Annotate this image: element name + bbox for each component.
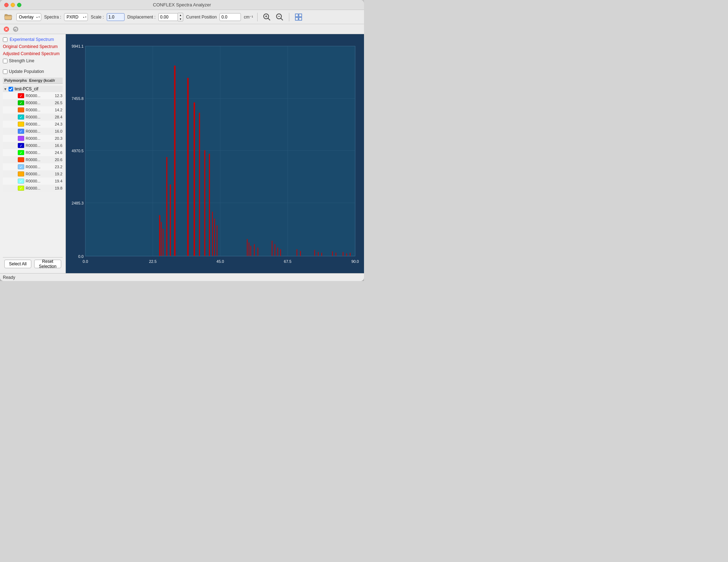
svg-rect-40 bbox=[170, 184, 171, 256]
tree-item[interactable]: ✓R0000...24.6301 bbox=[3, 149, 63, 156]
tree-item[interactable]: R0000...20.3447 bbox=[3, 135, 63, 142]
tree-parent-node[interactable]: ▼ test-PCS_cif bbox=[3, 86, 63, 92]
tree-items: ✓R0000...12.3934✓R0000...26.5701R0000...… bbox=[3, 92, 63, 192]
item-energy: 19.2906 bbox=[55, 172, 63, 176]
svg-rect-69 bbox=[350, 253, 350, 256]
close-small-button[interactable] bbox=[3, 26, 10, 33]
separator-2 bbox=[289, 13, 289, 21]
tree-item[interactable]: R0000...14.2536 bbox=[3, 106, 63, 113]
folder-icon[interactable] bbox=[3, 12, 14, 22]
color-swatch[interactable] bbox=[18, 107, 24, 112]
tree-item[interactable]: ✓R0000...28.4688 bbox=[3, 113, 63, 121]
experimental-checkbox[interactable] bbox=[3, 37, 7, 42]
svg-rect-59 bbox=[280, 249, 281, 256]
scale-label: Scale : bbox=[91, 15, 104, 20]
displacement-input[interactable]: 0.00 bbox=[158, 13, 178, 21]
color-swatch[interactable]: ✓ bbox=[18, 179, 24, 184]
experimental-spectrum-row[interactable]: Experimental Spectrum bbox=[3, 37, 63, 42]
original-spectrum-row[interactable]: Original Combined Spectrum bbox=[3, 44, 63, 49]
strength-line-checkbox[interactable] bbox=[3, 59, 7, 63]
color-swatch[interactable]: ✓ bbox=[18, 164, 24, 169]
tree-item[interactable]: ✓R0000...19.442 bbox=[3, 177, 63, 185]
item-energy: 23.2907 bbox=[55, 165, 63, 169]
header-polymorphs: Polymorphs bbox=[4, 78, 29, 83]
tree-item[interactable]: ✓R0000...26.5701 bbox=[3, 99, 63, 106]
overlay-select-container[interactable]: Overlay Single bbox=[16, 13, 41, 21]
item-name: R0000... bbox=[26, 143, 54, 148]
tree-item[interactable]: ✓R0000...23.2907 bbox=[3, 163, 63, 170]
color-swatch[interactable]: ✓ bbox=[18, 186, 24, 191]
status-text: Ready bbox=[3, 275, 15, 280]
overlay-chart[interactable]: 9941.1 7455.8 4970.5 2485.3 0.0 0.0 22.5… bbox=[66, 34, 364, 273]
color-swatch[interactable]: ✓ bbox=[18, 129, 24, 134]
select-all-button[interactable]: Select All bbox=[4, 260, 31, 268]
spectra-label: Spectra : bbox=[44, 15, 61, 20]
svg-rect-65 bbox=[332, 251, 333, 256]
toolbar: Overlay Single Spectra : PXRD IR Raman S… bbox=[0, 10, 364, 24]
tree-item[interactable]: R0000...20.6175 bbox=[3, 156, 63, 163]
refresh-button[interactable] bbox=[12, 26, 19, 33]
tree-header: Polymorphs Energy (kcal/r bbox=[3, 78, 63, 84]
current-position-input[interactable]: 0.0 bbox=[220, 13, 241, 21]
spectra-select[interactable]: PXRD IR Raman bbox=[64, 13, 88, 21]
color-swatch[interactable]: ✓ bbox=[18, 143, 24, 148]
item-name: R0000... bbox=[26, 158, 54, 162]
svg-rect-55 bbox=[258, 248, 258, 256]
tree-item[interactable]: ✓R0000...16.0229 bbox=[3, 128, 63, 135]
svg-rect-39 bbox=[166, 157, 167, 256]
minimize-button[interactable] bbox=[11, 3, 15, 7]
svg-line-1 bbox=[268, 18, 270, 20]
svg-rect-61 bbox=[300, 251, 301, 256]
tree-item[interactable]: R0000...24.3287 bbox=[3, 121, 63, 128]
overlay-select[interactable]: Overlay Single bbox=[16, 13, 41, 21]
svg-rect-63 bbox=[318, 252, 318, 256]
color-swatch[interactable] bbox=[18, 122, 24, 127]
svg-rect-67 bbox=[343, 252, 343, 256]
displacement-down[interactable]: ▼ bbox=[178, 17, 183, 21]
grid-view-button[interactable] bbox=[294, 12, 304, 22]
reset-selection-button[interactable]: Reset Selection bbox=[34, 260, 61, 268]
tree-item[interactable]: ✓R0000...12.3934 bbox=[3, 92, 63, 99]
svg-rect-57 bbox=[275, 244, 275, 256]
svg-rect-10 bbox=[299, 17, 302, 20]
adjusted-spectrum-row[interactable]: Adjusted Combined Spectrum bbox=[3, 51, 63, 56]
svg-rect-9 bbox=[295, 17, 298, 20]
svg-text:45.0: 45.0 bbox=[216, 259, 224, 264]
update-population-checkbox[interactable] bbox=[3, 69, 7, 74]
color-swatch[interactable] bbox=[18, 136, 24, 141]
tree-item[interactable]: ✓R0000...19.8406 bbox=[3, 185, 63, 192]
scale-input[interactable]: 1.0 bbox=[107, 13, 125, 21]
color-swatch[interactable]: ✓ bbox=[18, 115, 24, 120]
color-swatch[interactable]: ✓ bbox=[18, 150, 24, 155]
color-swatch[interactable]: ✓ bbox=[18, 100, 24, 105]
svg-line-5 bbox=[281, 18, 283, 20]
parent-checkbox[interactable] bbox=[9, 87, 13, 91]
cm-unit: cm⁻¹ bbox=[244, 15, 253, 20]
item-energy: 20.6175 bbox=[55, 158, 63, 162]
update-population-row: Update Population bbox=[3, 69, 44, 74]
header-energy: Energy (kcal/r bbox=[29, 78, 61, 83]
zoom-out-button[interactable] bbox=[275, 12, 285, 22]
tree-item[interactable]: ✓R0000...16.6956 bbox=[3, 142, 63, 149]
original-spectrum-label: Original Combined Spectrum bbox=[3, 44, 58, 49]
svg-rect-50 bbox=[217, 226, 217, 256]
zoom-in-button[interactable] bbox=[262, 12, 272, 22]
spectra-select-container[interactable]: PXRD IR Raman bbox=[64, 13, 88, 21]
svg-rect-37 bbox=[174, 65, 175, 256]
close-button[interactable] bbox=[4, 3, 9, 7]
color-swatch[interactable]: ✓ bbox=[18, 93, 24, 98]
item-energy: 24.3287 bbox=[55, 122, 63, 126]
status-bar: Ready bbox=[0, 273, 364, 281]
tree-item[interactable]: R0000...19.2906 bbox=[3, 170, 63, 177]
item-name: R0000... bbox=[26, 129, 54, 133]
displacement-wrapper: 0.00 ▲ ▼ bbox=[158, 13, 183, 21]
displacement-up[interactable]: ▲ bbox=[178, 13, 183, 17]
maximize-button[interactable] bbox=[17, 3, 21, 7]
color-swatch[interactable] bbox=[18, 157, 24, 162]
tree-area: ▼ test-PCS_cif ✓R0000...12.3934✓R0000...… bbox=[3, 86, 63, 255]
color-swatch[interactable] bbox=[18, 171, 24, 176]
item-name: R0000... bbox=[26, 101, 54, 105]
item-energy: 20.3447 bbox=[55, 136, 63, 140]
title-bar: CONFLEX Spectra Analyzer bbox=[0, 0, 364, 10]
svg-rect-60 bbox=[296, 249, 297, 256]
